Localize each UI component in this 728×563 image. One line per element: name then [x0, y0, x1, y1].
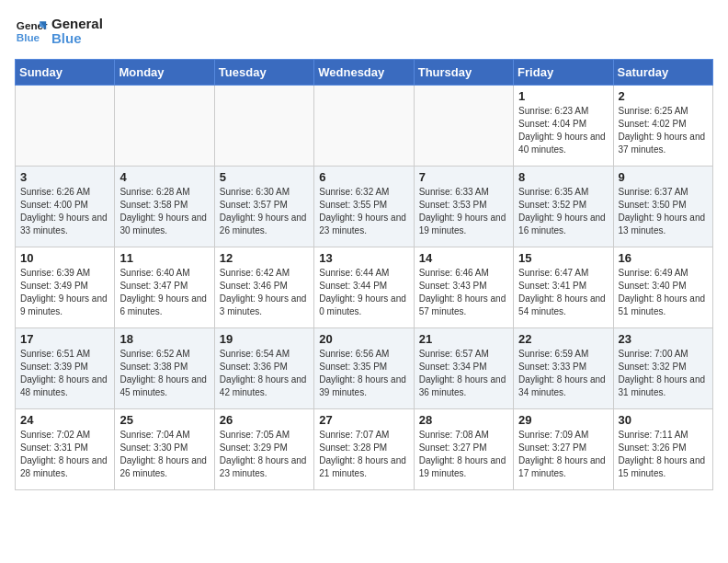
- day-info: Sunrise: 6:35 AM Sunset: 3:52 PM Dayligh…: [518, 186, 608, 237]
- calendar-cell: 2Sunrise: 6:25 AM Sunset: 4:02 PM Daylig…: [613, 86, 712, 167]
- calendar-cell: 21Sunrise: 6:57 AM Sunset: 3:34 PM Dayli…: [414, 328, 513, 409]
- day-number: 18: [119, 332, 209, 346]
- day-info: Sunrise: 6:39 AM Sunset: 3:49 PM Dayligh…: [20, 267, 109, 318]
- calendar-week-row: 1Sunrise: 6:23 AM Sunset: 4:04 PM Daylig…: [16, 86, 713, 167]
- day-number: 3: [20, 170, 109, 184]
- calendar-cell: 17Sunrise: 6:51 AM Sunset: 3:39 PM Dayli…: [16, 328, 115, 409]
- calendar-cell: 4Sunrise: 6:28 AM Sunset: 3:58 PM Daylig…: [115, 167, 214, 247]
- day-number: 6: [319, 170, 408, 184]
- day-number: 28: [419, 413, 508, 427]
- day-info: Sunrise: 6:46 AM Sunset: 3:43 PM Dayligh…: [419, 267, 508, 318]
- day-info: Sunrise: 6:25 AM Sunset: 4:02 PM Dayligh…: [619, 105, 708, 156]
- day-info: Sunrise: 6:26 AM Sunset: 4:00 PM Dayligh…: [20, 186, 109, 237]
- page-header: General Blue General Blue: [15, 15, 713, 48]
- calendar-cell: 23Sunrise: 7:00 AM Sunset: 3:32 PM Dayli…: [613, 328, 712, 409]
- calendar-cell: 3Sunrise: 6:26 AM Sunset: 4:00 PM Daylig…: [16, 167, 115, 247]
- day-number: 11: [119, 251, 209, 265]
- day-info: Sunrise: 6:54 AM Sunset: 3:36 PM Dayligh…: [220, 348, 309, 399]
- day-info: Sunrise: 7:09 AM Sunset: 3:27 PM Dayligh…: [518, 429, 608, 480]
- day-number: 22: [518, 332, 608, 346]
- calendar-cell: [314, 86, 414, 167]
- calendar-cell: 10Sunrise: 6:39 AM Sunset: 3:49 PM Dayli…: [16, 247, 115, 328]
- day-number: 21: [419, 332, 508, 346]
- calendar-week-row: 3Sunrise: 6:26 AM Sunset: 4:00 PM Daylig…: [16, 167, 713, 247]
- calendar-cell: 29Sunrise: 7:09 AM Sunset: 3:27 PM Dayli…: [514, 409, 613, 490]
- day-info: Sunrise: 7:05 AM Sunset: 3:29 PM Dayligh…: [220, 429, 309, 480]
- calendar-week-row: 10Sunrise: 6:39 AM Sunset: 3:49 PM Dayli…: [16, 247, 713, 328]
- day-number: 24: [20, 413, 109, 427]
- weekday-header-tuesday: Tuesday: [214, 60, 313, 86]
- calendar-cell: 25Sunrise: 7:04 AM Sunset: 3:30 PM Dayli…: [115, 409, 214, 490]
- day-number: 20: [319, 332, 408, 346]
- day-info: Sunrise: 7:11 AM Sunset: 3:26 PM Dayligh…: [619, 429, 708, 480]
- weekday-header-friday: Friday: [514, 60, 613, 86]
- day-number: 2: [619, 89, 708, 103]
- day-number: 1: [518, 89, 608, 103]
- logo-line2: Blue: [51, 31, 103, 47]
- day-number: 14: [419, 251, 508, 265]
- day-number: 10: [20, 251, 109, 265]
- day-number: 5: [220, 170, 309, 184]
- calendar-week-row: 17Sunrise: 6:51 AM Sunset: 3:39 PM Dayli…: [16, 328, 713, 409]
- calendar-cell: 12Sunrise: 6:42 AM Sunset: 3:46 PM Dayli…: [214, 247, 313, 328]
- calendar-week-row: 24Sunrise: 7:02 AM Sunset: 3:31 PM Dayli…: [16, 409, 713, 490]
- day-info: Sunrise: 6:47 AM Sunset: 3:41 PM Dayligh…: [518, 267, 608, 318]
- calendar-cell: 15Sunrise: 6:47 AM Sunset: 3:41 PM Dayli…: [514, 247, 613, 328]
- day-info: Sunrise: 7:00 AM Sunset: 3:32 PM Dayligh…: [619, 348, 708, 399]
- day-info: Sunrise: 6:30 AM Sunset: 3:57 PM Dayligh…: [220, 186, 309, 237]
- calendar-header-row: SundayMondayTuesdayWednesdayThursdayFrid…: [16, 60, 713, 86]
- day-info: Sunrise: 6:40 AM Sunset: 3:47 PM Dayligh…: [119, 267, 209, 318]
- day-info: Sunrise: 7:04 AM Sunset: 3:30 PM Dayligh…: [119, 429, 209, 480]
- calendar-cell: [214, 86, 313, 167]
- weekday-header-saturday: Saturday: [613, 60, 712, 86]
- day-number: 19: [220, 332, 309, 346]
- day-number: 9: [619, 170, 708, 184]
- day-info: Sunrise: 7:02 AM Sunset: 3:31 PM Dayligh…: [20, 429, 109, 480]
- calendar-cell: 11Sunrise: 6:40 AM Sunset: 3:47 PM Dayli…: [115, 247, 214, 328]
- calendar-cell: 19Sunrise: 6:54 AM Sunset: 3:36 PM Dayli…: [214, 328, 313, 409]
- weekday-header-monday: Monday: [115, 60, 214, 86]
- calendar-table: SundayMondayTuesdayWednesdayThursdayFrid…: [15, 59, 713, 490]
- calendar-cell: 9Sunrise: 6:37 AM Sunset: 3:50 PM Daylig…: [613, 167, 712, 247]
- logo: General Blue General Blue: [15, 15, 103, 48]
- calendar-cell: 6Sunrise: 6:32 AM Sunset: 3:55 PM Daylig…: [314, 167, 414, 247]
- day-number: 25: [119, 413, 209, 427]
- calendar-cell: 16Sunrise: 6:49 AM Sunset: 3:40 PM Dayli…: [613, 247, 712, 328]
- day-number: 15: [518, 251, 608, 265]
- calendar-cell: 1Sunrise: 6:23 AM Sunset: 4:04 PM Daylig…: [514, 86, 613, 167]
- calendar-cell: 13Sunrise: 6:44 AM Sunset: 3:44 PM Dayli…: [314, 247, 414, 328]
- logo-line1: General: [51, 17, 103, 32]
- calendar-cell: 22Sunrise: 6:59 AM Sunset: 3:33 PM Dayli…: [514, 328, 613, 409]
- day-info: Sunrise: 6:28 AM Sunset: 3:58 PM Dayligh…: [119, 186, 209, 237]
- day-info: Sunrise: 6:52 AM Sunset: 3:38 PM Dayligh…: [119, 348, 209, 399]
- calendar-cell: 26Sunrise: 7:05 AM Sunset: 3:29 PM Dayli…: [214, 409, 313, 490]
- logo-icon: General Blue: [15, 15, 48, 48]
- day-info: Sunrise: 6:42 AM Sunset: 3:46 PM Dayligh…: [220, 267, 309, 318]
- day-number: 26: [220, 413, 309, 427]
- day-number: 12: [220, 251, 309, 265]
- day-number: 8: [518, 170, 608, 184]
- calendar-cell: 27Sunrise: 7:07 AM Sunset: 3:28 PM Dayli…: [314, 409, 414, 490]
- calendar-cell: 8Sunrise: 6:35 AM Sunset: 3:52 PM Daylig…: [514, 167, 613, 247]
- day-info: Sunrise: 6:32 AM Sunset: 3:55 PM Dayligh…: [319, 186, 408, 237]
- day-info: Sunrise: 6:59 AM Sunset: 3:33 PM Dayligh…: [518, 348, 608, 399]
- day-number: 17: [20, 332, 109, 346]
- day-info: Sunrise: 6:51 AM Sunset: 3:39 PM Dayligh…: [20, 348, 109, 399]
- calendar-cell: 14Sunrise: 6:46 AM Sunset: 3:43 PM Dayli…: [414, 247, 513, 328]
- day-number: 30: [619, 413, 708, 427]
- day-number: 13: [319, 251, 408, 265]
- calendar-cell: [414, 86, 513, 167]
- calendar-cell: 28Sunrise: 7:08 AM Sunset: 3:27 PM Dayli…: [414, 409, 513, 490]
- weekday-header-wednesday: Wednesday: [314, 60, 414, 86]
- day-number: 23: [619, 332, 708, 346]
- calendar-cell: 20Sunrise: 6:56 AM Sunset: 3:35 PM Dayli…: [314, 328, 414, 409]
- calendar-cell: 18Sunrise: 6:52 AM Sunset: 3:38 PM Dayli…: [115, 328, 214, 409]
- weekday-header-sunday: Sunday: [16, 60, 115, 86]
- day-info: Sunrise: 6:56 AM Sunset: 3:35 PM Dayligh…: [319, 348, 408, 399]
- day-info: Sunrise: 6:49 AM Sunset: 3:40 PM Dayligh…: [619, 267, 708, 318]
- day-info: Sunrise: 7:07 AM Sunset: 3:28 PM Dayligh…: [319, 429, 408, 480]
- weekday-header-thursday: Thursday: [414, 60, 513, 86]
- calendar-cell: [16, 86, 115, 167]
- calendar-cell: 5Sunrise: 6:30 AM Sunset: 3:57 PM Daylig…: [214, 167, 313, 247]
- day-number: 29: [518, 413, 608, 427]
